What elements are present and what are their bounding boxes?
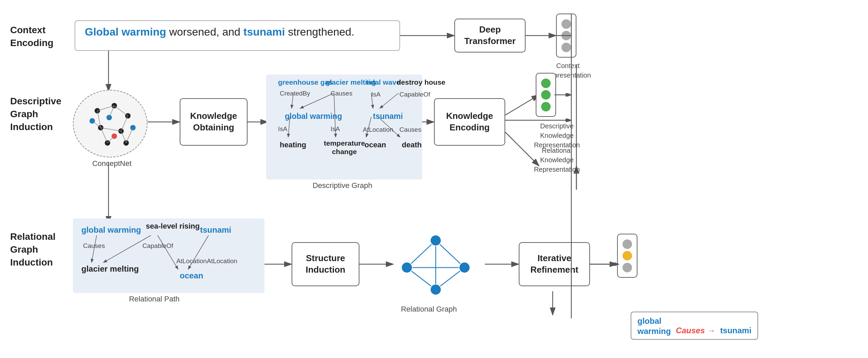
svg-line-30 [114, 106, 128, 116]
svg-line-54 [407, 240, 436, 268]
svg-line-8 [505, 95, 539, 115]
rp-rel-atlocation-2: AtLocation [207, 257, 237, 265]
tl-context-bot [561, 43, 571, 52]
dg-global-warming: global warming [285, 112, 342, 121]
label-relational-graph-induction: Relational Graph Induction [10, 230, 73, 269]
dg-greenhouse-gas: greenhouse gas [278, 78, 333, 86]
dg-rel-capableof: CapableOf [399, 91, 430, 98]
rp-glacier-melting: glacier melting [81, 264, 139, 274]
dg-temperature-change: temperature change [324, 139, 365, 156]
label-descriptive-graph-induction: Descriptive Graph Induction [10, 95, 73, 133]
dg-heating: heating [280, 141, 306, 149]
dg-tidal-wave: tidal wave [366, 78, 400, 86]
caption-relational-knowledge-rep: Relational Knowledge Representation [529, 146, 585, 174]
rp-global-warming: global warming [81, 225, 141, 235]
result-global-warming: global warming [637, 316, 671, 336]
caption-descriptive-graph: Descriptive Graph [305, 181, 380, 190]
rp-rel-causes: Causes [83, 242, 105, 250]
rp-sea-level-rising: sea-level rising [146, 222, 200, 231]
result-causes-arrow: Causes → [676, 326, 717, 335]
dg-destroy-house: destroy house [397, 78, 446, 86]
deep-transformer-box: Deep Transformer [454, 19, 526, 52]
result-tsunami: tsunami [720, 326, 751, 335]
svg-point-60 [430, 235, 441, 246]
global-warming-text: Global warming [85, 26, 166, 38]
dg-tsunami: tsunami [373, 112, 403, 121]
svg-line-35 [121, 131, 126, 143]
dg-ocean-left: ocean [364, 141, 386, 149]
conceptnet-ellipse [73, 90, 147, 157]
knowledge-encoding-box: Knowledge Encoding [434, 98, 505, 146]
svg-line-29 [97, 106, 114, 111]
svg-line-33 [121, 116, 128, 131]
svg-point-62 [459, 262, 470, 273]
tl-rel-bot [623, 263, 632, 272]
dg-rel-causes-1: Causes [331, 90, 352, 97]
dg-rel-createdby: CreatedBy [280, 90, 310, 97]
dg-death: death [402, 141, 422, 149]
rp-ocean: ocean [180, 271, 203, 280]
traffic-light-descriptive [536, 73, 556, 117]
rp-rel-atlocation-1: AtLocation [176, 257, 207, 265]
tl-desc-top [541, 79, 551, 88]
caption-relational-path: Relational Path [117, 295, 192, 303]
tl-context-mid [561, 31, 571, 40]
arrow-to-desc-tl [554, 93, 573, 97]
caption-relational-graph: Relational Graph [392, 305, 466, 314]
svg-point-63 [430, 284, 441, 295]
knowledge-obtaining-box: Knowledge Obtaining [180, 98, 248, 146]
rp-tsunami: tsunami [200, 225, 231, 235]
dg-rel-isa-3: IsA [371, 91, 380, 98]
svg-line-32 [101, 128, 121, 131]
relational-graph-svg [387, 230, 485, 305]
svg-line-37 [109, 106, 114, 118]
traffic-light-context [556, 14, 576, 58]
svg-line-38 [126, 128, 133, 143]
svg-line-55 [436, 240, 465, 268]
svg-line-39 [107, 136, 114, 143]
structure-induction-box: Structure Induction [292, 242, 359, 286]
svg-point-61 [401, 262, 412, 273]
svg-line-34 [101, 128, 107, 143]
dg-rel-isa-2: IsA [331, 125, 340, 133]
tl-rel-mid [623, 251, 632, 260]
dg-rel-causes-2: Causes [399, 126, 421, 133]
result-box: global warming Causes → tsunami [631, 312, 758, 340]
tl-rel-top [623, 239, 632, 249]
arrow-iter-to-rel-tl [590, 262, 620, 266]
diagram: tsunami in result --> Context Encoding D… [0, 0, 868, 358]
tl-context-top [561, 19, 571, 29]
conceptnet-dots [74, 90, 148, 158]
label-context-encoding: Context Encoding [10, 24, 64, 49]
sentence-box: Global warming worsened, and tsunami str… [75, 20, 400, 51]
tsunami-text: tsunami [243, 26, 285, 38]
sentence-end: strengthened. [288, 26, 354, 38]
traffic-light-relational [617, 234, 637, 278]
rp-rel-capableof: CapableOf [142, 242, 173, 250]
dg-rel-isa-1: IsA [278, 125, 287, 133]
iterative-refinement-box: Iterative Refinement [519, 242, 590, 286]
tl-desc-mid [541, 90, 551, 100]
tl-desc-bot [541, 102, 551, 111]
dg-rel-atlocation-1: AtLocation [363, 126, 393, 133]
sentence-middle: worsened, and [169, 26, 243, 38]
caption-conceptnet: ConceptNet [75, 159, 149, 168]
